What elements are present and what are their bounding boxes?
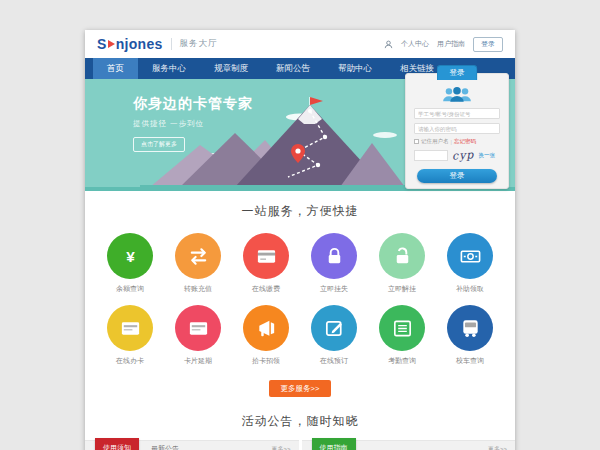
announcement-panel-1: 使用指南更多>> [302, 440, 516, 450]
portal-page: S njones 服务大厅 个人中心 用户指南 登录 首页服务中心规章制度新闻公… [85, 30, 515, 450]
list-icon [391, 317, 414, 340]
username-input[interactable] [414, 108, 500, 119]
more-link[interactable]: 更多>> [488, 445, 507, 450]
nav-item-3[interactable]: 新闻公告 [262, 58, 324, 79]
bus-circle[interactable] [447, 305, 493, 351]
service-item[interactable]: 在线缴费 [243, 233, 289, 294]
bank-card-circle[interactable] [243, 233, 289, 279]
service-label: 在线缴费 [243, 284, 289, 294]
nav-item-1[interactable]: 服务中心 [138, 58, 200, 79]
ribbon-tab[interactable]: 使用指南 [312, 438, 356, 450]
announcement-panel-0: 使用须知最新公告更多>> [85, 440, 299, 450]
lock-circle[interactable] [311, 233, 357, 279]
captcha-input[interactable] [414, 150, 448, 161]
bank-card-icon [255, 245, 278, 268]
service-item[interactable]: 校车查询 [447, 305, 493, 366]
yen-circle[interactable]: ¥ [107, 233, 153, 279]
password-input[interactable] [414, 123, 500, 134]
bus-icon [459, 317, 482, 340]
edit-icon [323, 317, 346, 340]
list-circle[interactable] [379, 305, 425, 351]
site-subtitle: 服务大厅 [171, 38, 218, 50]
service-label: 立即挂失 [311, 284, 357, 294]
unlock-icon [391, 245, 414, 268]
megaphone-circle[interactable] [243, 305, 289, 351]
service-item[interactable]: 在线预订 [311, 305, 357, 366]
services-grid: ¥余额查询转账充值在线缴费立即挂失立即解挂补助领取在线办卡卡片延期拾卡招领在线预… [96, 233, 504, 366]
service-item[interactable]: 立即解挂 [379, 233, 425, 294]
forgot-password-link[interactable]: 忘记密码 [454, 138, 476, 145]
service-item[interactable]: 在线办卡 [107, 305, 153, 366]
header-utility-links: 个人中心 用户指南 登录 [384, 37, 503, 52]
personal-center-link[interactable]: 个人中心 [401, 39, 429, 49]
service-label: 卡片延期 [175, 356, 221, 366]
site-header: S njones 服务大厅 个人中心 用户指南 登录 [85, 30, 515, 58]
service-item[interactable]: 卡片延期 [175, 305, 221, 366]
service-item[interactable]: 补助领取 [447, 233, 493, 294]
logo-arrow-icon [108, 40, 115, 48]
divider: | [451, 139, 452, 145]
svg-text:¥: ¥ [126, 247, 135, 264]
service-label: 转账充值 [175, 284, 221, 294]
ribbon-tab[interactable]: 使用须知 [95, 438, 139, 450]
service-item[interactable]: ¥余额查询 [107, 233, 153, 294]
unlock-circle[interactable] [379, 233, 425, 279]
captcha-refresh-link[interactable]: 换一张 [478, 152, 495, 159]
hero-text-block: 你身边的卡管专家 提供捷径 一步到位 点击了解更多 [133, 95, 253, 152]
site-logo[interactable]: S njones [97, 36, 163, 52]
person-icon [384, 40, 393, 49]
megaphone-icon [255, 317, 278, 340]
service-label: 在线办卡 [107, 356, 153, 366]
services-title: 一站服务，方便快捷 [85, 203, 515, 220]
desktop-background: S njones 服务大厅 个人中心 用户指南 登录 首页服务中心规章制度新闻公… [0, 0, 600, 450]
logo-text-suffix: njones [116, 36, 163, 52]
card-circle[interactable] [107, 305, 153, 351]
service-item[interactable]: 拾卡招领 [243, 305, 289, 366]
service-label: 考勤查询 [379, 356, 425, 366]
login-tab[interactable]: 登录 [437, 65, 478, 80]
captcha-row: cyp 换一张 [414, 149, 500, 162]
service-item[interactable]: 考勤查询 [379, 305, 425, 366]
lock-icon [323, 245, 346, 268]
nav-item-2[interactable]: 规章制度 [200, 58, 262, 79]
transfer-arrows-icon [187, 245, 210, 268]
service-label: 拾卡招领 [243, 356, 289, 366]
card-circle[interactable] [175, 305, 221, 351]
header-login-button[interactable]: 登录 [473, 37, 503, 52]
remember-row: 记住用户名 | 忘记密码 [414, 138, 500, 145]
login-panel: 登录 记住用户名 | 忘记密码 cyp 换一张 [405, 73, 509, 189]
banknote-icon [459, 245, 482, 268]
service-label: 补助领取 [447, 284, 493, 294]
user-guide-link[interactable]: 用户指南 [437, 39, 465, 49]
announcements-section: 活动公告，随时知晓 使用须知最新公告更多>>使用指南更多>> [85, 413, 515, 450]
edit-circle[interactable] [311, 305, 357, 351]
service-label: 校车查询 [447, 356, 493, 366]
service-label: 余额查询 [107, 284, 153, 294]
transfer-arrows-circle[interactable] [175, 233, 221, 279]
hero-subtitle: 提供捷径 一步到位 [133, 119, 253, 129]
nav-item-0[interactable]: 首页 [93, 58, 138, 79]
announcement-tab[interactable]: 最新公告 [151, 444, 179, 450]
hero-banner: 你身边的卡管专家 提供捷径 一步到位 点击了解更多 [85, 79, 515, 191]
service-label: 立即解挂 [379, 284, 425, 294]
more-services-button[interactable]: 更多服务>> [269, 380, 331, 397]
remember-checkbox[interactable] [414, 139, 419, 144]
yen-icon: ¥ [119, 245, 142, 268]
captcha-image[interactable]: cyp [452, 148, 475, 163]
services-section: 一站服务，方便快捷 ¥余额查询转账充值在线缴费立即挂失立即解挂补助领取在线办卡卡… [85, 191, 515, 397]
announcements-title: 活动公告，随时知晓 [85, 413, 515, 430]
login-submit-button[interactable]: 登录 [417, 169, 497, 183]
service-item[interactable]: 立即挂失 [311, 233, 357, 294]
service-label: 在线预订 [311, 356, 357, 366]
card-icon [187, 317, 210, 340]
nav-item-4[interactable]: 帮助中心 [324, 58, 386, 79]
logo-text-prefix: S [97, 36, 107, 52]
announcement-tab-bars: 使用须知最新公告更多>>使用指南更多>> [85, 440, 515, 450]
hero-title: 你身边的卡管专家 [133, 95, 253, 113]
banknote-circle[interactable] [447, 233, 493, 279]
card-icon [119, 317, 142, 340]
hero-more-button[interactable]: 点击了解更多 [133, 137, 185, 152]
more-link[interactable]: 更多>> [271, 445, 290, 450]
service-item[interactable]: 转账充值 [175, 233, 221, 294]
users-icon [439, 86, 475, 103]
